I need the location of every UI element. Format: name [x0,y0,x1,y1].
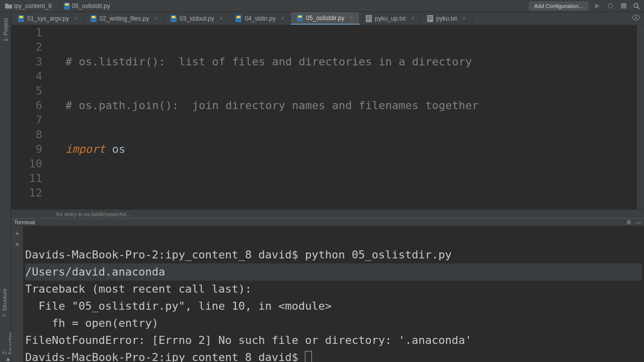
python-file-icon [235,15,242,22]
python-file-icon [171,15,177,22]
terminal-line: Davids-MacBook-Pro-2:ipy_content_8 david… [25,248,452,261]
add-configuration-label: Add Configuration... [534,3,583,9]
code-editor[interactable]: 123456789101112 # os.listdir(): list of … [11,25,644,209]
close-icon[interactable]: × [349,14,353,22]
tab-label: 01_sys_argv.py [27,15,69,22]
debug-button[interactable] [606,2,615,11]
search-button[interactable] [632,2,641,11]
svg-rect-26 [428,20,431,20]
close-icon[interactable]: × [411,15,415,22]
code-breadcrumb-label: for entry in os.listdir(searchd... [56,211,130,217]
code-text: # os.listdir(): list of files and direct… [65,55,472,68]
svg-rect-14 [172,16,176,18]
breadcrumb-project-label: ipy_content_8 [14,3,52,10]
svg-point-7 [634,4,638,8]
svg-rect-22 [367,20,369,20]
close-icon[interactable]: × [219,15,223,22]
svg-point-2 [608,4,612,8]
play-icon [594,3,600,9]
reader-mode-icon[interactable] [632,15,640,22]
close-session-icon[interactable]: × [15,240,19,248]
tab-05-oslistdir[interactable]: 05_oslistdir.py× [291,12,360,25]
code-breadcrumb[interactable]: for entry in os.listdir(searchd... [11,209,644,218]
svg-rect-1 [65,4,69,6]
tab-label: 03_stdout.py [180,15,214,22]
terminal-title: Terminal [14,218,35,226]
tab-pyku[interactable]: pyku.txt× [421,12,472,25]
terminal-line: Traceback (most recent call last): [25,283,252,295]
terminal-line: /Users/david.anaconda [25,263,642,281]
terminal-line: File "05_oslistdir.py", line 10, in <mod… [25,300,332,312]
close-icon[interactable]: × [281,15,285,22]
terminal-side-toolbar: + × [11,226,23,362]
python-file-icon [91,15,97,22]
editor-scrollbar[interactable] [637,25,644,209]
svg-rect-21 [367,18,371,19]
close-icon[interactable]: × [74,15,78,22]
tab-label: pyku_up.txt [375,15,406,22]
svg-line-8 [637,7,639,9]
python-file-icon [18,15,24,22]
settings-icon[interactable]: ⚙ [626,218,631,226]
code-area[interactable]: # os.listdir(): list of files and direct… [51,25,637,209]
tab-label: pyku.txt [436,15,457,22]
breadcrumb-file[interactable]: 05_oslistdir.py [62,3,112,10]
close-icon[interactable]: × [462,15,466,22]
text-file-icon [366,15,372,22]
tab-02-writing-files[interactable]: 02_writing_files.py× [85,12,165,25]
minimize-icon[interactable]: — [635,218,641,226]
left-tool-strip: 1: Project 7: Structure ★2: Favorites [0,12,11,362]
tab-label: 05_oslistdir.py [306,15,344,22]
svg-rect-20 [367,17,371,17]
stop-icon [621,3,626,9]
text-file-icon [427,15,433,22]
terminal-line: Davids-MacBook-Pro-2:ipy_content_8 david… [25,351,305,362]
tab-label: 02_writing_files.py [100,15,149,22]
code-text: # os.path.join(): join directory names a… [65,99,478,112]
terminal-output[interactable]: Davids-MacBook-Pro-2:ipy_content_8 david… [23,226,644,362]
tab-04-stdin[interactable]: 04_stdin.py× [229,12,291,25]
tab-label: 04_stdin.py [245,15,275,22]
close-icon[interactable]: × [154,15,158,22]
folder-icon [5,3,12,9]
svg-rect-10 [19,16,23,18]
python-file-icon [64,3,70,10]
terminal-line: FileNotFoundError: [Errno 2] No such fil… [25,334,471,346]
breadcrumb-project[interactable]: ipy_content_8 [3,3,54,10]
svg-rect-18 [298,16,302,18]
tab-01-sys-argv[interactable]: 01_sys_argv.py× [12,12,85,25]
terminal-cursor [305,351,312,362]
svg-rect-12 [92,16,96,18]
navigation-bar: ipy_content_8 〉 05_oslistdir.py Add Conf… [0,0,644,12]
svg-rect-24 [428,17,432,17]
tab-pyku-up[interactable]: pyku_up.txt× [360,12,421,25]
code-text: os [105,143,125,155]
code-text: import [65,143,105,155]
bug-icon [607,3,614,10]
terminal-panel: + × Davids-MacBook-Pro-2:ipy_content_8 d… [11,226,644,362]
svg-point-28 [635,17,637,19]
svg-rect-25 [428,18,432,19]
new-session-icon[interactable]: + [15,229,19,237]
toolwindow-label: 7: Structure [2,289,8,317]
svg-rect-16 [236,16,240,18]
python-file-icon [297,15,303,22]
toolwindow-structure[interactable]: 7: Structure [2,286,8,320]
run-button[interactable] [593,2,602,11]
editor-tabs: 01_sys_argv.py× 02_writing_files.py× 03_… [0,12,644,25]
breadcrumb-file-label: 05_oslistdir.py [72,3,110,10]
toolwindow-project[interactable]: 1: Project [3,15,9,44]
add-configuration-button[interactable]: Add Configuration... [529,2,589,11]
breadcrumb-separator: 〉 [55,2,61,10]
tab-03-stdout[interactable]: 03_stdout.py× [165,12,229,25]
terminal-header[interactable]: Terminal ⚙ — [11,218,644,226]
toolwindow-label: 1: Project [3,18,9,41]
search-icon [633,3,640,10]
stop-button[interactable] [619,2,628,11]
svg-rect-6 [621,3,626,9]
terminal-line: fh = open(entry) [25,317,158,329]
line-number-gutter: 123456789101112 [11,25,51,209]
